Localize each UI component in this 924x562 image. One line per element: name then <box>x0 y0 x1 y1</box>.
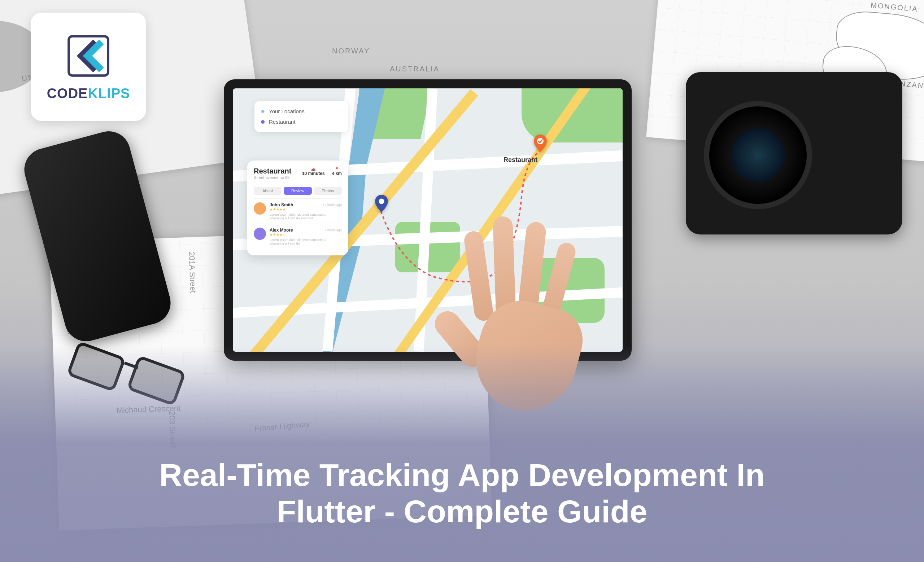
review-item: Alex Moore 2 hours ago ★★★★☆ Lorem ipsum… <box>254 224 342 249</box>
dot-icon <box>261 110 265 113</box>
pin-destination[interactable] <box>532 135 549 152</box>
review-text: Lorem ipsum dolor sit amet consectetur a… <box>270 238 342 245</box>
hero-line-2: Flutter - Complete Guide <box>277 493 648 529</box>
tab-review[interactable]: Review <box>284 187 312 195</box>
tab-photos[interactable]: Photos <box>314 187 342 195</box>
svg-point-0 <box>379 199 384 204</box>
review-time: 2 hours ago <box>324 228 342 232</box>
review-author: John Smith <box>270 202 293 208</box>
brand-name-part1: CODE <box>47 86 88 101</box>
brand-name-part2: KLIPS <box>88 86 130 101</box>
avatar <box>254 228 266 240</box>
map-label: NORWAY <box>332 47 370 55</box>
legend-label: Restaurant <box>269 119 295 125</box>
tablet-screen[interactable]: Restaurant Your Locations Restaurant Res… <box>233 88 622 352</box>
review-time: 12 hours ago <box>322 203 342 207</box>
tablet-device: Restaurant Your Locations Restaurant Res… <box>224 79 632 361</box>
map-label: AUSTRALIA <box>390 65 440 73</box>
detail-tabs: About Review Photos <box>254 187 342 195</box>
dot-icon <box>261 120 265 124</box>
brand-logo-icon <box>65 33 112 79</box>
brand-wordmark: CODEKLIPS <box>47 86 130 102</box>
map-legend-card: Your Locations Restaurant <box>255 101 348 132</box>
camera-prop <box>686 72 902 235</box>
metric-time: 10 minutes <box>302 171 325 176</box>
street-label: 201A Street <box>187 251 198 293</box>
place-metrics: 🚗 10 minutes 📍 4 km <box>302 167 342 176</box>
pin-user-location[interactable] <box>373 195 390 212</box>
place-subtitle: Street avenue no 99 <box>254 175 291 179</box>
place-title: Restaurant <box>254 167 291 175</box>
review-item: John Smith 12 hours ago ★★★★★ Lorem ipsu… <box>254 199 342 224</box>
gradient-overlay <box>0 345 924 562</box>
legend-label: Your Locations <box>269 108 304 114</box>
tab-about[interactable]: About <box>254 187 282 195</box>
star-rating-icon: ★★★★★ <box>270 208 342 211</box>
location-icon: 📍 <box>332 167 342 171</box>
legend-row-user: Your Locations <box>261 106 342 117</box>
star-rating-icon: ★★★★☆ <box>270 233 342 237</box>
review-author: Alex Moore <box>270 228 293 233</box>
pin-destination-label: Restaurant <box>504 156 537 164</box>
hero-line-1: Real-Time Tracking App Development In <box>159 457 765 493</box>
brand-logo-badge: CODEKLIPS <box>31 13 146 121</box>
hero-scene: ICELAND UNITED STATES MONGOLIA TANZANIA … <box>0 0 924 562</box>
place-detail-card: Restaurant Street avenue no 99 🚗 10 minu… <box>247 160 348 256</box>
car-icon: 🚗 <box>302 167 325 171</box>
metric-distance: 4 km <box>332 171 342 176</box>
review-text: Lorem ipsum dolor sit amet consectetur a… <box>270 213 342 220</box>
legend-row-dest: Restaurant <box>261 117 342 127</box>
avatar <box>254 202 266 215</box>
hero-headline: Real-Time Tracking App Development In Fl… <box>0 457 924 529</box>
svg-point-1 <box>537 138 544 144</box>
